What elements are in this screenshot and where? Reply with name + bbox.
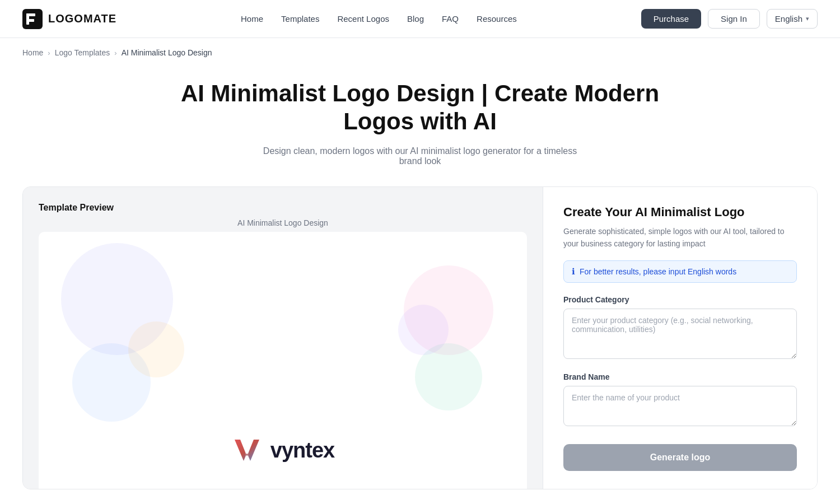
breadcrumb-current: AI Minimalist Logo Design <box>122 48 212 57</box>
hero-title: AI Minimalist Logo Design | Create Moder… <box>168 80 672 136</box>
preview-canvas: vyntex <box>39 232 527 489</box>
nav-right: Purchase Sign In English ▾ <box>641 9 818 29</box>
brand-name-label: Brand Name <box>563 372 797 381</box>
breadcrumb: Home › Logo Templates › AI Minimalist Lo… <box>0 38 840 57</box>
signin-button[interactable]: Sign In <box>708 9 760 29</box>
product-category-label: Product Category <box>563 295 797 304</box>
nav-blog[interactable]: Blog <box>407 14 424 24</box>
breadcrumb-home[interactable]: Home <box>22 48 43 57</box>
generate-logo-button[interactable]: Generate logo <box>563 444 797 471</box>
product-category-group: Product Category <box>563 295 797 361</box>
logo-text: LOGOMATE <box>48 12 116 25</box>
info-banner-text: For better results, please input English… <box>580 267 736 276</box>
navbar: LOGOMATE Home Templates Recent Logos Blo… <box>0 0 840 38</box>
nav-home[interactable]: Home <box>241 14 263 24</box>
logomate-icon <box>22 9 43 29</box>
hero-description: Design clean, modern logos with our AI m… <box>252 146 588 166</box>
right-panel-title: Create Your AI Minimalist Logo <box>563 205 797 220</box>
nav-resources[interactable]: Resources <box>477 14 517 24</box>
breadcrumb-sep-2: › <box>114 49 116 57</box>
nav-faq[interactable]: FAQ <box>442 14 459 24</box>
chevron-down-icon: ▾ <box>806 15 809 22</box>
language-label: English <box>775 14 802 24</box>
language-selector[interactable]: English ▾ <box>767 9 818 29</box>
right-panel: Create Your AI Minimalist Logo Generate … <box>543 187 817 489</box>
template-preview-title: Template Preview <box>39 203 527 213</box>
info-icon: ℹ <box>572 267 575 277</box>
right-panel-description: Generate sophisticated, simple logos wit… <box>563 225 797 250</box>
hero-section: AI Minimalist Logo Design | Create Moder… <box>0 57 840 186</box>
breadcrumb-logo-templates[interactable]: Logo Templates <box>55 48 110 57</box>
bg-shape-5 <box>128 321 184 377</box>
nav-recent-logos[interactable]: Recent Logos <box>337 14 389 24</box>
brand-name-input[interactable] <box>563 386 797 426</box>
purchase-button[interactable]: Purchase <box>641 9 701 29</box>
product-category-input[interactable] <box>563 309 797 359</box>
info-banner: ℹ For better results, please input Engli… <box>563 260 797 283</box>
vyntex-logo: vyntex <box>231 435 334 466</box>
brand-name-group: Brand Name <box>563 372 797 428</box>
main-content: Template Preview AI Minimalist Logo Desi… <box>22 186 818 489</box>
vyntex-v-icon <box>231 435 263 466</box>
template-preview: Template Preview AI Minimalist Logo Desi… <box>23 187 543 489</box>
template-preview-label: AI Minimalist Logo Design <box>39 218 527 227</box>
vyntex-brand-name: vyntex <box>270 438 334 463</box>
logo[interactable]: LOGOMATE <box>22 9 116 29</box>
svg-rect-3 <box>26 19 34 22</box>
preview-logo-area: vyntex <box>231 435 334 466</box>
nav-links: Home Templates Recent Logos Blog FAQ Res… <box>241 14 517 24</box>
bg-shape-6 <box>398 305 449 355</box>
nav-templates[interactable]: Templates <box>281 14 319 24</box>
svg-rect-2 <box>26 13 35 16</box>
breadcrumb-sep-1: › <box>48 49 50 57</box>
